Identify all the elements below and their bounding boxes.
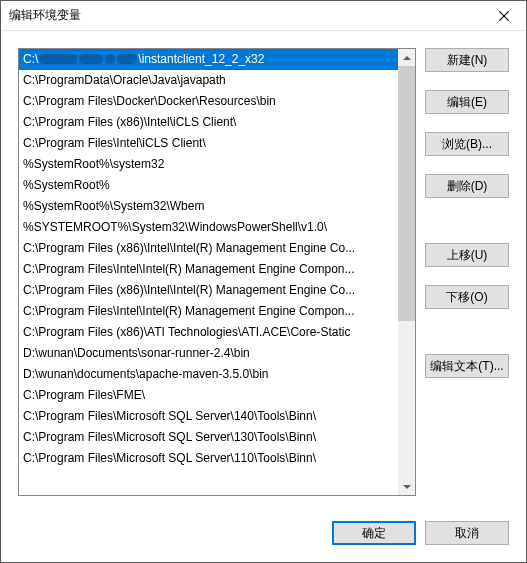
- list-item[interactable]: %SystemRoot%\System32\Wbem: [19, 196, 398, 217]
- list-item[interactable]: C:\Program Files\Microsoft SQL Server\14…: [19, 406, 398, 427]
- path-text-prefix: C:\: [23, 52, 38, 66]
- path-list-viewport: C:\\instantclient_12_2_x32 C:\ProgramDat…: [19, 49, 398, 495]
- list-item[interactable]: C:\Program Files (x86)\Intel\Intel(R) Ma…: [19, 280, 398, 301]
- redacted-segment: [39, 54, 77, 64]
- edit-button[interactable]: 编辑(E): [425, 90, 509, 114]
- chevron-down-icon: [403, 483, 411, 491]
- dialog-body: C:\\instantclient_12_2_x32 C:\ProgramDat…: [1, 31, 526, 504]
- scrollbar-thumb[interactable]: [398, 66, 415, 321]
- list-item[interactable]: C:\Program Files\Docker\Docker\Resources…: [19, 91, 398, 112]
- list-item[interactable]: C:\Program Files\Intel\Intel(R) Manageme…: [19, 259, 398, 280]
- list-item[interactable]: C:\Program Files\FME\: [19, 385, 398, 406]
- ok-button[interactable]: 确定: [332, 521, 416, 545]
- path-listbox[interactable]: C:\\instantclient_12_2_x32 C:\ProgramDat…: [18, 48, 416, 496]
- redacted-segment: [105, 54, 115, 64]
- list-item[interactable]: C:\Program Files\Microsoft SQL Server\11…: [19, 448, 398, 469]
- move-down-button[interactable]: 下移(O): [425, 285, 509, 309]
- dialog-footer: 确定 取消: [1, 504, 526, 562]
- dialog-window: 编辑环境变量 C:\\instantclient_12_2_x32 C:\Pro…: [0, 0, 527, 563]
- list-item[interactable]: C:\Program Files\Intel\Intel(R) Manageme…: [19, 301, 398, 322]
- edit-text-button[interactable]: 编辑文本(T)...: [425, 354, 509, 378]
- close-button[interactable]: [481, 1, 526, 30]
- list-item[interactable]: %SYSTEMROOT%\System32\WindowsPowerShell\…: [19, 217, 398, 238]
- move-up-button[interactable]: 上移(U): [425, 243, 509, 267]
- list-item[interactable]: C:\Program Files (x86)\Intel\Intel(R) Ma…: [19, 238, 398, 259]
- chevron-up-icon: [403, 54, 411, 62]
- close-icon: [499, 11, 509, 21]
- redacted-segment: [79, 54, 103, 64]
- scroll-up-button[interactable]: [398, 49, 415, 66]
- list-item[interactable]: C:\Program Files\Microsoft SQL Server\13…: [19, 427, 398, 448]
- new-button[interactable]: 新建(N): [425, 48, 509, 72]
- browse-button[interactable]: 浏览(B)...: [425, 132, 509, 156]
- list-item[interactable]: D:\wunan\documents\apache-maven-3.5.0\bi…: [19, 364, 398, 385]
- vertical-scrollbar[interactable]: [398, 49, 415, 495]
- redacted-segment: [117, 54, 137, 64]
- list-item[interactable]: %SystemRoot%: [19, 175, 398, 196]
- delete-button[interactable]: 删除(D): [425, 174, 509, 198]
- cancel-button[interactable]: 取消: [425, 521, 509, 545]
- list-item[interactable]: C:\Program Files (x86)\ATI Technologies\…: [19, 322, 398, 343]
- scroll-down-button[interactable]: [398, 478, 415, 495]
- list-item[interactable]: C:\\instantclient_12_2_x32: [19, 49, 398, 70]
- list-item[interactable]: C:\Program Files (x86)\Intel\iCLS Client…: [19, 112, 398, 133]
- side-button-column: 新建(N) 编辑(E) 浏览(B)... 删除(D) 上移(U) 下移(O) 编…: [425, 48, 509, 504]
- path-text-suffix: \instantclient_12_2_x32: [138, 52, 264, 66]
- list-item[interactable]: %SystemRoot%\system32: [19, 154, 398, 175]
- dialog-title: 编辑环境变量: [9, 7, 481, 24]
- list-item[interactable]: [19, 469, 398, 490]
- list-item[interactable]: C:\ProgramData\Oracle\Java\javapath: [19, 70, 398, 91]
- list-item[interactable]: D:\wunan\Documents\sonar-runner-2.4\bin: [19, 343, 398, 364]
- list-item[interactable]: C:\Program Files\Intel\iCLS Client\: [19, 133, 398, 154]
- titlebar: 编辑环境变量: [1, 1, 526, 31]
